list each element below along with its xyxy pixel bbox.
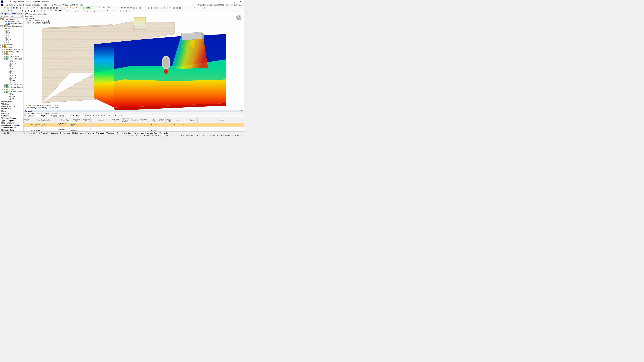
zoom2-icon[interactable]: ◲	[63, 6, 66, 9]
menu-help[interactable]: Help	[78, 3, 84, 6]
print-icon[interactable]: 🖨	[19, 6, 22, 9]
rt-cal-icon[interactable]: 🖩	[115, 115, 118, 117]
results-sub-selection[interactable]: Selection	[36, 112, 44, 114]
tool-g-icon[interactable]: ▦	[139, 6, 142, 9]
tree-node[interactable]: −Global Deformations	[0, 25, 23, 27]
rt-set-icon[interactable]: ⚙	[121, 115, 123, 117]
rt-c-icon[interactable]: ▥	[90, 115, 92, 117]
zoom3-icon[interactable]: ⊕	[66, 6, 68, 9]
tab-thicknesses[interactable]: Thicknesses	[59, 132, 71, 134]
rt-bprev-icon[interactable]: ◂	[70, 115, 73, 117]
tree-node[interactable]: −Principal Stresses	[4, 58, 23, 60]
new-tab-button[interactable]: ＋	[222, 0, 224, 3]
hand-icon[interactable]: ✋	[4, 9, 6, 12]
ln1-icon[interactable]: ╱	[74, 9, 77, 12]
nav-check[interactable]: Max/Min Information	[0, 105, 23, 108]
proj1-icon[interactable]: ⊞	[40, 9, 43, 12]
tab-line sets[interactable]: Line Sets	[122, 132, 132, 134]
save-icon[interactable]: 💾	[13, 6, 16, 9]
t1-icon[interactable]: ▭	[79, 6, 82, 9]
tree-node[interactable]: Final Results	[2, 20, 23, 23]
tab-openings[interactable]: Openings	[105, 132, 116, 134]
tab-next-icon[interactable]: ▸	[36, 132, 38, 134]
view6-icon[interactable]: ▩	[56, 6, 58, 9]
tab-last-icon[interactable]: ⏭	[38, 132, 40, 134]
nav-check[interactable]: Result Sections	[0, 129, 23, 131]
tool-c-icon[interactable]: ⊠	[126, 6, 129, 9]
tree-node[interactable]: σ1,+	[6, 60, 23, 62]
tree-node[interactable]: Differences to initial state	[2, 23, 23, 25]
lc-next-icon[interactable]: ▸	[116, 6, 119, 9]
iso3-icon[interactable]: ⬒	[27, 9, 30, 12]
view5-icon[interactable]: ▨	[52, 6, 55, 9]
iso4-icon[interactable]: ⬓	[30, 9, 33, 12]
tree-node[interactable]: αm	[6, 79, 23, 81]
nav-check[interactable]: Type of display	[0, 119, 23, 122]
arr2-icon[interactable]: ↘	[109, 9, 112, 12]
tree-node[interactable]: −Strains	[2, 88, 23, 91]
tool-d-icon[interactable]: ⊡	[130, 6, 132, 9]
paste-icon[interactable]: 📋	[29, 6, 32, 9]
results-sub-go to[interactable]: Go To	[24, 112, 29, 114]
navigator-tree[interactable]: −Type of resultsFinal ResultsDifferences…	[0, 17, 23, 100]
ln10-icon[interactable]: ⌇	[102, 9, 104, 12]
tree-node[interactable]: +Members	[0, 44, 23, 46]
misc3-icon[interactable]: ∴	[196, 6, 198, 9]
tree-node[interactable]: φY	[2, 39, 23, 41]
end3-icon[interactable]: ▥	[125, 9, 128, 12]
menu-results[interactable]: Results	[40, 3, 48, 6]
navigator-close-icon[interactable]: ✕	[21, 13, 23, 15]
status-snap[interactable]: SNAP	[127, 135, 135, 137]
status-grid[interactable]: GRID	[135, 135, 142, 137]
new-icon[interactable]: 📄	[1, 6, 3, 9]
maximize-button[interactable]: ▢	[232, 0, 238, 3]
tree-node[interactable]: +Elastic Stress Components	[4, 84, 23, 86]
grid3-icon[interactable]: ⊟	[160, 6, 163, 9]
rt-ex2-icon[interactable]: ⊟	[104, 115, 106, 117]
menu-assign[interactable]: Assign	[24, 3, 31, 6]
rt-a-icon[interactable]: ▦	[84, 115, 87, 117]
xsym-icon[interactable]: ✕	[67, 9, 70, 12]
loadcase-type-combo[interactable]: S Ch	[86, 6, 91, 9]
misc4-icon[interactable]: ✂	[200, 6, 203, 9]
tree-node[interactable]: −Surfaces	[0, 46, 23, 48]
tree-node[interactable]: +Local Deformations	[2, 48, 23, 51]
tree-node[interactable]: σ2,m	[6, 77, 23, 79]
nav-check[interactable]: Values on Surfaces	[0, 117, 23, 119]
tab-nodes[interactable]: Nodes	[71, 132, 79, 134]
grid6-icon[interactable]: ⌗	[170, 6, 172, 9]
tree-node[interactable]: |u|	[2, 27, 23, 30]
tree-node[interactable]: +Internal Forces	[2, 51, 23, 53]
sect1-icon[interactable]: ◐	[147, 6, 150, 9]
zoom1-icon[interactable]: ◱	[60, 6, 62, 9]
tab-members[interactable]: Members	[85, 132, 96, 134]
menu-insert[interactable]: Insert	[18, 3, 24, 6]
zoom4-icon[interactable]: ⊖	[69, 6, 72, 9]
tree-node[interactable]: α+	[6, 65, 23, 67]
tree-node[interactable]: −Stresses	[2, 53, 23, 55]
rt-help-icon[interactable]: ?	[124, 115, 126, 117]
nav-anim-icon[interactable]: 〰	[12, 132, 13, 134]
iso2-icon[interactable]: ◪	[24, 9, 27, 12]
rt-fx-icon[interactable]: fx	[98, 115, 100, 117]
tree-node[interactable]: +Equivalent Stresses	[4, 86, 23, 88]
table-row[interactable]: 2	[24, 127, 244, 129]
rt-ex1-icon[interactable]: ⊞	[101, 115, 104, 117]
arr4-icon[interactable]: ↖	[115, 9, 118, 12]
rt-mag-icon[interactable]: 🔍	[118, 115, 120, 117]
results-struct-combo[interactable]: Structure	[27, 115, 44, 117]
ln4-icon[interactable]: ⟍	[84, 9, 86, 12]
dropdown-icon[interactable]: ▾	[22, 6, 24, 9]
ln2-icon[interactable]: ╲	[78, 9, 80, 12]
grid1-icon[interactable]: ▦	[154, 6, 157, 9]
ln7-icon[interactable]: ⋱	[92, 9, 95, 12]
tree-node[interactable]: −Type of results	[0, 18, 23, 20]
zoom5-icon[interactable]: ◰	[72, 6, 74, 9]
tree-node[interactable]: φZ	[2, 41, 23, 44]
grid4-icon[interactable]: ⊠	[163, 6, 166, 9]
table-row[interactable]: 319-26,36-45,27Without Thickn…Plane50.04…	[24, 129, 244, 132]
ln5-icon[interactable]: ╳	[86, 9, 89, 12]
t2-icon[interactable]: ▯	[82, 6, 85, 9]
iso6-icon[interactable]: ◨	[36, 9, 39, 12]
menu-cad-bim[interactable]: CAD-BIM	[69, 3, 78, 6]
